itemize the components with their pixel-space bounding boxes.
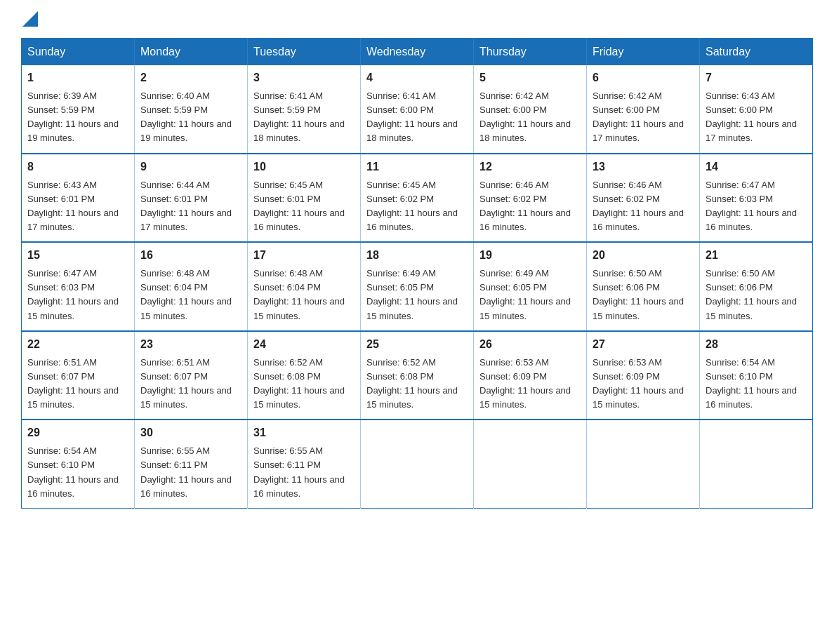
- day-number: 1: [27, 69, 128, 86]
- day-number: 10: [253, 159, 355, 175]
- day-number: 21: [706, 247, 807, 264]
- day-info: Sunrise: 6:52 AMSunset: 6:08 PMDaylight:…: [253, 356, 355, 412]
- table-row: 4Sunrise: 6:41 AMSunset: 6:00 PMDaylight…: [361, 65, 474, 154]
- col-tuesday: Tuesday: [248, 39, 361, 66]
- day-info: Sunrise: 6:51 AMSunset: 6:07 PMDaylight:…: [140, 356, 241, 412]
- day-number: 11: [366, 159, 468, 175]
- day-number: 13: [593, 159, 694, 175]
- table-row: 5Sunrise: 6:42 AMSunset: 6:00 PMDaylight…: [474, 65, 587, 154]
- table-row: 23Sunrise: 6:51 AMSunset: 6:07 PMDayligh…: [135, 331, 248, 420]
- table-row: 9Sunrise: 6:44 AMSunset: 6:01 PMDaylight…: [135, 154, 248, 243]
- day-number: 3: [253, 69, 355, 86]
- day-info: Sunrise: 6:39 AMSunset: 5:59 PMDaylight:…: [27, 89, 128, 146]
- table-row: 1Sunrise: 6:39 AMSunset: 5:59 PMDaylight…: [22, 65, 135, 154]
- page-header: [21, 14, 813, 24]
- calendar-week-row: 22Sunrise: 6:51 AMSunset: 6:07 PMDayligh…: [22, 331, 813, 420]
- day-info: Sunrise: 6:42 AMSunset: 6:00 PMDaylight:…: [593, 89, 694, 146]
- svg-marker-0: [22, 11, 38, 27]
- day-info: Sunrise: 6:41 AMSunset: 6:00 PMDaylight:…: [366, 89, 468, 146]
- day-number: 20: [593, 247, 694, 264]
- col-monday: Monday: [135, 39, 248, 66]
- col-friday: Friday: [587, 39, 700, 66]
- day-info: Sunrise: 6:50 AMSunset: 6:06 PMDaylight:…: [593, 267, 694, 323]
- day-info: Sunrise: 6:48 AMSunset: 6:04 PMDaylight:…: [140, 267, 241, 323]
- day-info: Sunrise: 6:46 AMSunset: 6:02 PMDaylight:…: [479, 178, 581, 235]
- day-number: 4: [366, 69, 468, 86]
- day-number: 26: [479, 336, 581, 353]
- day-info: Sunrise: 6:52 AMSunset: 6:08 PMDaylight:…: [366, 356, 468, 412]
- day-number: 14: [706, 159, 807, 175]
- day-info: Sunrise: 6:51 AMSunset: 6:07 PMDaylight:…: [27, 356, 128, 412]
- table-row: 13Sunrise: 6:46 AMSunset: 6:02 PMDayligh…: [587, 154, 700, 243]
- table-row: [361, 420, 474, 508]
- day-number: 22: [27, 336, 128, 353]
- col-saturday: Saturday: [700, 39, 813, 66]
- day-number: 15: [27, 247, 128, 264]
- table-row: 20Sunrise: 6:50 AMSunset: 6:06 PMDayligh…: [587, 242, 700, 331]
- table-row: 12Sunrise: 6:46 AMSunset: 6:02 PMDayligh…: [474, 154, 587, 243]
- day-number: 12: [479, 159, 581, 175]
- day-number: 23: [140, 336, 241, 353]
- table-row: [700, 420, 813, 508]
- day-number: 19: [479, 247, 581, 264]
- table-row: 22Sunrise: 6:51 AMSunset: 6:07 PMDayligh…: [22, 331, 135, 420]
- day-info: Sunrise: 6:43 AMSunset: 6:00 PMDaylight:…: [706, 89, 807, 146]
- day-number: 25: [366, 336, 468, 353]
- day-number: 16: [140, 247, 241, 264]
- col-wednesday: Wednesday: [361, 39, 474, 66]
- day-number: 6: [593, 69, 694, 86]
- day-info: Sunrise: 6:45 AMSunset: 6:02 PMDaylight:…: [366, 178, 468, 235]
- day-info: Sunrise: 6:55 AMSunset: 6:11 PMDaylight:…: [253, 444, 355, 501]
- calendar-week-row: 15Sunrise: 6:47 AMSunset: 6:03 PMDayligh…: [22, 242, 813, 331]
- day-number: 17: [253, 247, 355, 264]
- day-info: Sunrise: 6:47 AMSunset: 6:03 PMDaylight:…: [27, 267, 128, 323]
- day-info: Sunrise: 6:44 AMSunset: 6:01 PMDaylight:…: [140, 178, 241, 235]
- day-number: 27: [593, 336, 694, 353]
- table-row: 30Sunrise: 6:55 AMSunset: 6:11 PMDayligh…: [135, 420, 248, 508]
- table-row: 17Sunrise: 6:48 AMSunset: 6:04 PMDayligh…: [248, 242, 361, 331]
- calendar-week-row: 1Sunrise: 6:39 AMSunset: 5:59 PMDaylight…: [22, 65, 813, 154]
- day-number: 8: [27, 159, 128, 175]
- table-row: 10Sunrise: 6:45 AMSunset: 6:01 PMDayligh…: [248, 154, 361, 243]
- day-number: 18: [366, 247, 468, 264]
- day-info: Sunrise: 6:42 AMSunset: 6:00 PMDaylight:…: [479, 89, 581, 146]
- day-info: Sunrise: 6:55 AMSunset: 6:11 PMDaylight:…: [140, 444, 241, 501]
- calendar-header-row: Sunday Monday Tuesday Wednesday Thursday…: [22, 39, 813, 66]
- table-row: 16Sunrise: 6:48 AMSunset: 6:04 PMDayligh…: [135, 242, 248, 331]
- table-row: [474, 420, 587, 508]
- day-info: Sunrise: 6:41 AMSunset: 5:59 PMDaylight:…: [253, 89, 355, 146]
- table-row: 15Sunrise: 6:47 AMSunset: 6:03 PMDayligh…: [22, 242, 135, 331]
- day-number: 28: [706, 336, 807, 353]
- day-number: 7: [706, 69, 807, 86]
- table-row: 11Sunrise: 6:45 AMSunset: 6:02 PMDayligh…: [361, 154, 474, 243]
- day-info: Sunrise: 6:45 AMSunset: 6:01 PMDaylight:…: [253, 178, 355, 235]
- calendar-week-row: 29Sunrise: 6:54 AMSunset: 6:10 PMDayligh…: [22, 420, 813, 508]
- table-row: [587, 420, 700, 508]
- day-info: Sunrise: 6:53 AMSunset: 6:09 PMDaylight:…: [593, 356, 694, 412]
- calendar-table: Sunday Monday Tuesday Wednesday Thursday…: [21, 38, 813, 509]
- day-info: Sunrise: 6:54 AMSunset: 6:10 PMDaylight:…: [27, 444, 128, 501]
- table-row: 27Sunrise: 6:53 AMSunset: 6:09 PMDayligh…: [587, 331, 700, 420]
- table-row: 28Sunrise: 6:54 AMSunset: 6:10 PMDayligh…: [700, 331, 813, 420]
- table-row: 3Sunrise: 6:41 AMSunset: 5:59 PMDaylight…: [248, 65, 361, 154]
- day-number: 9: [140, 159, 241, 175]
- col-thursday: Thursday: [474, 39, 587, 66]
- table-row: 8Sunrise: 6:43 AMSunset: 6:01 PMDaylight…: [22, 154, 135, 243]
- table-row: 26Sunrise: 6:53 AMSunset: 6:09 PMDayligh…: [474, 331, 587, 420]
- calendar-week-row: 8Sunrise: 6:43 AMSunset: 6:01 PMDaylight…: [22, 154, 813, 243]
- day-number: 29: [27, 424, 128, 441]
- logo: [21, 14, 38, 24]
- day-info: Sunrise: 6:53 AMSunset: 6:09 PMDaylight:…: [479, 356, 581, 412]
- table-row: 6Sunrise: 6:42 AMSunset: 6:00 PMDaylight…: [587, 65, 700, 154]
- day-info: Sunrise: 6:48 AMSunset: 6:04 PMDaylight:…: [253, 267, 355, 323]
- table-row: 25Sunrise: 6:52 AMSunset: 6:08 PMDayligh…: [361, 331, 474, 420]
- day-number: 2: [140, 69, 241, 86]
- table-row: 2Sunrise: 6:40 AMSunset: 5:59 PMDaylight…: [135, 65, 248, 154]
- day-number: 31: [253, 424, 355, 441]
- day-info: Sunrise: 6:46 AMSunset: 6:02 PMDaylight:…: [593, 178, 694, 235]
- table-row: 24Sunrise: 6:52 AMSunset: 6:08 PMDayligh…: [248, 331, 361, 420]
- table-row: 31Sunrise: 6:55 AMSunset: 6:11 PMDayligh…: [248, 420, 361, 508]
- table-row: 19Sunrise: 6:49 AMSunset: 6:05 PMDayligh…: [474, 242, 587, 331]
- table-row: 14Sunrise: 6:47 AMSunset: 6:03 PMDayligh…: [700, 154, 813, 243]
- day-info: Sunrise: 6:49 AMSunset: 6:05 PMDaylight:…: [479, 267, 581, 323]
